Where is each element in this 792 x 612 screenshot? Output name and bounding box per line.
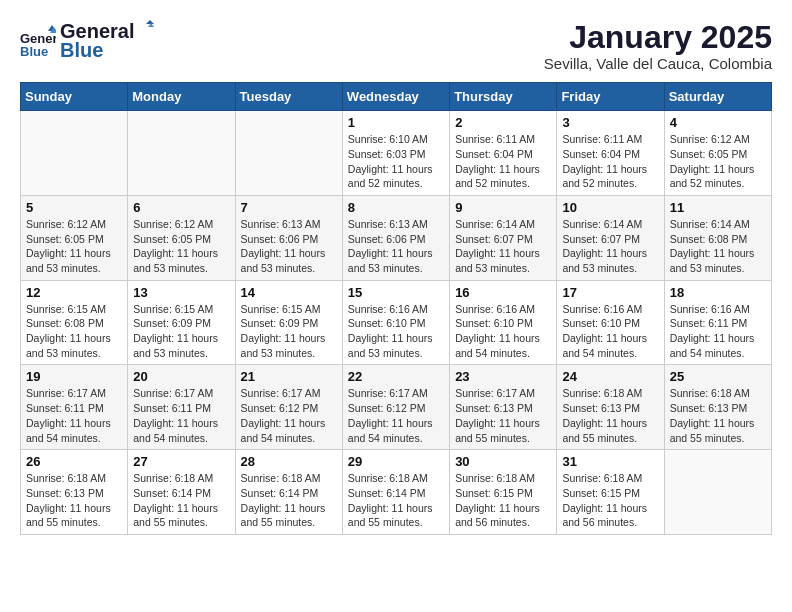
- day-info: Sunrise: 6:18 AM Sunset: 6:14 PM Dayligh…: [133, 471, 229, 530]
- calendar-cell: 27Sunrise: 6:18 AM Sunset: 6:14 PM Dayli…: [128, 450, 235, 535]
- day-number: 1: [348, 115, 444, 130]
- day-number: 23: [455, 369, 551, 384]
- day-number: 16: [455, 285, 551, 300]
- day-info: Sunrise: 6:16 AM Sunset: 6:11 PM Dayligh…: [670, 302, 766, 361]
- calendar-cell: 13Sunrise: 6:15 AM Sunset: 6:09 PM Dayli…: [128, 280, 235, 365]
- header-sunday: Sunday: [21, 83, 128, 111]
- calendar-cell: 7Sunrise: 6:13 AM Sunset: 6:06 PM Daylig…: [235, 195, 342, 280]
- calendar-cell: 18Sunrise: 6:16 AM Sunset: 6:11 PM Dayli…: [664, 280, 771, 365]
- calendar-cell: 16Sunrise: 6:16 AM Sunset: 6:10 PM Dayli…: [450, 280, 557, 365]
- calendar-header-row: SundayMondayTuesdayWednesdayThursdayFrid…: [21, 83, 772, 111]
- day-info: Sunrise: 6:18 AM Sunset: 6:15 PM Dayligh…: [455, 471, 551, 530]
- header-friday: Friday: [557, 83, 664, 111]
- month-title: January 2025: [544, 20, 772, 55]
- day-info: Sunrise: 6:12 AM Sunset: 6:05 PM Dayligh…: [670, 132, 766, 191]
- day-info: Sunrise: 6:15 AM Sunset: 6:08 PM Dayligh…: [26, 302, 122, 361]
- calendar-week-3: 12Sunrise: 6:15 AM Sunset: 6:08 PM Dayli…: [21, 280, 772, 365]
- day-number: 5: [26, 200, 122, 215]
- calendar-cell: [664, 450, 771, 535]
- day-info: Sunrise: 6:17 AM Sunset: 6:11 PM Dayligh…: [133, 386, 229, 445]
- day-info: Sunrise: 6:15 AM Sunset: 6:09 PM Dayligh…: [241, 302, 337, 361]
- day-info: Sunrise: 6:11 AM Sunset: 6:04 PM Dayligh…: [455, 132, 551, 191]
- header-wednesday: Wednesday: [342, 83, 449, 111]
- calendar-cell: 30Sunrise: 6:18 AM Sunset: 6:15 PM Dayli…: [450, 450, 557, 535]
- day-number: 7: [241, 200, 337, 215]
- day-number: 29: [348, 454, 444, 469]
- day-info: Sunrise: 6:17 AM Sunset: 6:11 PM Dayligh…: [26, 386, 122, 445]
- calendar-cell: 28Sunrise: 6:18 AM Sunset: 6:14 PM Dayli…: [235, 450, 342, 535]
- day-info: Sunrise: 6:18 AM Sunset: 6:13 PM Dayligh…: [562, 386, 658, 445]
- calendar-week-2: 5Sunrise: 6:12 AM Sunset: 6:05 PM Daylig…: [21, 195, 772, 280]
- day-number: 9: [455, 200, 551, 215]
- day-number: 8: [348, 200, 444, 215]
- day-info: Sunrise: 6:12 AM Sunset: 6:05 PM Dayligh…: [26, 217, 122, 276]
- day-number: 28: [241, 454, 337, 469]
- calendar-cell: 12Sunrise: 6:15 AM Sunset: 6:08 PM Dayli…: [21, 280, 128, 365]
- calendar-week-4: 19Sunrise: 6:17 AM Sunset: 6:11 PM Dayli…: [21, 365, 772, 450]
- day-info: Sunrise: 6:13 AM Sunset: 6:06 PM Dayligh…: [241, 217, 337, 276]
- title-block: January 2025 Sevilla, Valle del Cauca, C…: [544, 20, 772, 72]
- calendar-cell: 11Sunrise: 6:14 AM Sunset: 6:08 PM Dayli…: [664, 195, 771, 280]
- day-info: Sunrise: 6:14 AM Sunset: 6:08 PM Dayligh…: [670, 217, 766, 276]
- day-info: Sunrise: 6:16 AM Sunset: 6:10 PM Dayligh…: [348, 302, 444, 361]
- day-info: Sunrise: 6:15 AM Sunset: 6:09 PM Dayligh…: [133, 302, 229, 361]
- calendar-cell: 24Sunrise: 6:18 AM Sunset: 6:13 PM Dayli…: [557, 365, 664, 450]
- day-number: 19: [26, 369, 122, 384]
- day-number: 2: [455, 115, 551, 130]
- calendar-cell: 31Sunrise: 6:18 AM Sunset: 6:15 PM Dayli…: [557, 450, 664, 535]
- day-number: 24: [562, 369, 658, 384]
- day-number: 6: [133, 200, 229, 215]
- day-info: Sunrise: 6:17 AM Sunset: 6:13 PM Dayligh…: [455, 386, 551, 445]
- calendar-cell: 9Sunrise: 6:14 AM Sunset: 6:07 PM Daylig…: [450, 195, 557, 280]
- calendar-cell: 22Sunrise: 6:17 AM Sunset: 6:12 PM Dayli…: [342, 365, 449, 450]
- calendar-cell: 23Sunrise: 6:17 AM Sunset: 6:13 PM Dayli…: [450, 365, 557, 450]
- svg-text:Blue: Blue: [20, 44, 48, 59]
- calendar-week-5: 26Sunrise: 6:18 AM Sunset: 6:13 PM Dayli…: [21, 450, 772, 535]
- day-number: 20: [133, 369, 229, 384]
- calendar-cell: 20Sunrise: 6:17 AM Sunset: 6:11 PM Dayli…: [128, 365, 235, 450]
- calendar-cell: 1Sunrise: 6:10 AM Sunset: 6:03 PM Daylig…: [342, 111, 449, 196]
- header-monday: Monday: [128, 83, 235, 111]
- day-number: 12: [26, 285, 122, 300]
- day-info: Sunrise: 6:14 AM Sunset: 6:07 PM Dayligh…: [455, 217, 551, 276]
- day-info: Sunrise: 6:18 AM Sunset: 6:14 PM Dayligh…: [348, 471, 444, 530]
- calendar-cell: 6Sunrise: 6:12 AM Sunset: 6:05 PM Daylig…: [128, 195, 235, 280]
- day-info: Sunrise: 6:18 AM Sunset: 6:13 PM Dayligh…: [26, 471, 122, 530]
- calendar-cell: 14Sunrise: 6:15 AM Sunset: 6:09 PM Dayli…: [235, 280, 342, 365]
- svg-marker-4: [146, 20, 154, 24]
- calendar-table: SundayMondayTuesdayWednesdayThursdayFrid…: [20, 82, 772, 535]
- day-info: Sunrise: 6:13 AM Sunset: 6:06 PM Dayligh…: [348, 217, 444, 276]
- logo: General Blue General Blue: [20, 20, 156, 62]
- header-tuesday: Tuesday: [235, 83, 342, 111]
- day-number: 27: [133, 454, 229, 469]
- calendar-cell: 8Sunrise: 6:13 AM Sunset: 6:06 PM Daylig…: [342, 195, 449, 280]
- logo-bird-icon: [136, 20, 154, 38]
- calendar-cell: 29Sunrise: 6:18 AM Sunset: 6:14 PM Dayli…: [342, 450, 449, 535]
- day-number: 14: [241, 285, 337, 300]
- calendar-cell: 15Sunrise: 6:16 AM Sunset: 6:10 PM Dayli…: [342, 280, 449, 365]
- day-info: Sunrise: 6:16 AM Sunset: 6:10 PM Dayligh…: [562, 302, 658, 361]
- day-info: Sunrise: 6:17 AM Sunset: 6:12 PM Dayligh…: [241, 386, 337, 445]
- location-subtitle: Sevilla, Valle del Cauca, Colombia: [544, 55, 772, 72]
- day-info: Sunrise: 6:18 AM Sunset: 6:13 PM Dayligh…: [670, 386, 766, 445]
- calendar-cell: 17Sunrise: 6:16 AM Sunset: 6:10 PM Dayli…: [557, 280, 664, 365]
- day-number: 3: [562, 115, 658, 130]
- day-info: Sunrise: 6:11 AM Sunset: 6:04 PM Dayligh…: [562, 132, 658, 191]
- day-number: 22: [348, 369, 444, 384]
- day-info: Sunrise: 6:10 AM Sunset: 6:03 PM Dayligh…: [348, 132, 444, 191]
- page-header: General Blue General Blue January 2025 S…: [20, 20, 772, 72]
- header-thursday: Thursday: [450, 83, 557, 111]
- day-number: 17: [562, 285, 658, 300]
- header-saturday: Saturday: [664, 83, 771, 111]
- calendar-cell: [235, 111, 342, 196]
- day-number: 31: [562, 454, 658, 469]
- calendar-cell: 4Sunrise: 6:12 AM Sunset: 6:05 PM Daylig…: [664, 111, 771, 196]
- logo-icon: General Blue: [20, 23, 56, 59]
- calendar-cell: [128, 111, 235, 196]
- calendar-cell: 5Sunrise: 6:12 AM Sunset: 6:05 PM Daylig…: [21, 195, 128, 280]
- day-number: 26: [26, 454, 122, 469]
- day-info: Sunrise: 6:14 AM Sunset: 6:07 PM Dayligh…: [562, 217, 658, 276]
- day-number: 15: [348, 285, 444, 300]
- day-info: Sunrise: 6:18 AM Sunset: 6:15 PM Dayligh…: [562, 471, 658, 530]
- calendar-week-1: 1Sunrise: 6:10 AM Sunset: 6:03 PM Daylig…: [21, 111, 772, 196]
